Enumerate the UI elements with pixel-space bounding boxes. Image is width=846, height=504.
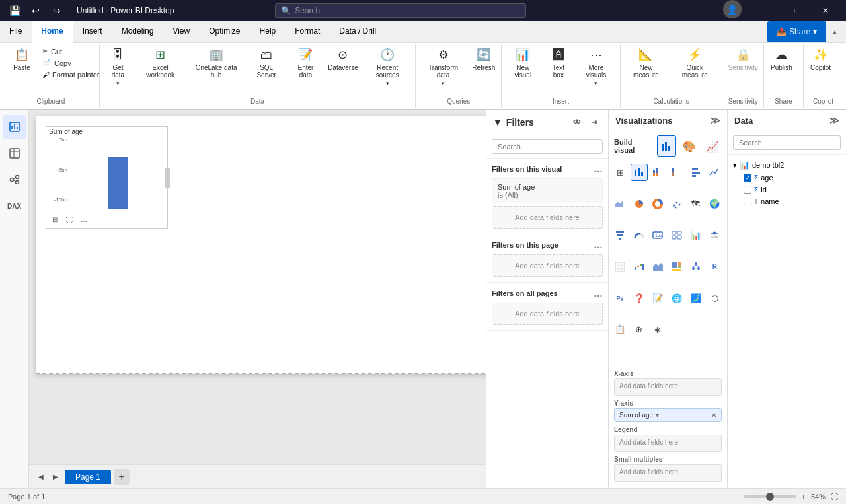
viz-icon-multi-card[interactable] xyxy=(668,227,685,244)
quick-measure-button[interactable]: ⚡ Quick measure xyxy=(670,46,719,81)
redo-button[interactable]: ↪ xyxy=(48,1,66,20)
viz-icon-funnel[interactable] xyxy=(611,227,629,244)
viz-icon-azure-map[interactable]: 🗾 xyxy=(687,289,705,306)
nav-table-icon[interactable] xyxy=(3,141,26,165)
tab-home[interactable]: Home xyxy=(32,21,73,43)
close-button[interactable]: ✕ xyxy=(810,0,841,21)
fit-page-button[interactable]: ⛶ xyxy=(831,493,838,501)
viz-tab-analytics[interactable]: 📈 xyxy=(703,135,722,157)
copilot-button[interactable]: ✨ Copilot xyxy=(806,46,835,74)
new-measure-button[interactable]: 📐 New measure xyxy=(623,46,669,81)
focus-mode-button[interactable]: ⛶ xyxy=(63,213,75,225)
zoom-slider[interactable] xyxy=(744,495,796,498)
viz-icon-gauge[interactable] xyxy=(631,227,648,244)
nav-dax-icon[interactable]: DAX xyxy=(3,194,26,218)
transform-button[interactable]: ⚙ Transform data ▾ xyxy=(418,46,467,89)
chart-visual[interactable]: Sum of age 0bn -5bn -10bn ⊟ ⛶ xyxy=(46,126,168,229)
tab-help[interactable]: Help xyxy=(250,21,286,42)
text-box-button[interactable]: 🅰 Text box xyxy=(543,46,574,81)
viz-icon-shape[interactable]: ⬡ xyxy=(706,289,723,306)
excel-button[interactable]: ⊞ Excel workbook xyxy=(135,46,186,81)
sensitivity-button[interactable]: 🔒 Sensitivity xyxy=(725,46,761,74)
viz-tab-format[interactable]: 🎨 xyxy=(680,135,699,157)
viz-icon-custom2[interactable]: ◈ xyxy=(649,321,666,338)
zoom-minus[interactable]: − xyxy=(734,493,738,501)
filter-visual-drop-zone[interactable]: Add data fields here xyxy=(492,206,603,229)
viz-icon-scatter[interactable] xyxy=(668,196,685,213)
viz-icon-card[interactable]: 123 xyxy=(649,227,666,244)
report-page[interactable]: Sum of age 0bn -5bn -10bn ⊟ ⛶ xyxy=(36,116,486,374)
viz-icon-decomp-tree[interactable] xyxy=(687,258,705,275)
viz-panel-expand-button[interactable]: ≫ xyxy=(711,115,720,126)
tab-optimize[interactable]: Optimize xyxy=(200,21,250,42)
dataverse-button[interactable]: ⊙ Dataverse xyxy=(325,46,361,74)
minimize-button[interactable]: ─ xyxy=(744,0,775,21)
enter-data-button[interactable]: 📝 Enter data xyxy=(288,46,324,81)
onelake-button[interactable]: 🏢 OneLake data hub xyxy=(187,46,245,81)
data-field-id[interactable]: Σ id xyxy=(733,184,841,196)
viz-icon-stacked-bar[interactable] xyxy=(649,164,666,181)
filter-page-more-button[interactable]: … xyxy=(594,240,603,250)
viz-icon-custom1[interactable]: ⊕ xyxy=(631,321,648,338)
filter-page-drop-zone[interactable]: Add data fields here xyxy=(492,254,603,277)
paste-button[interactable]: 📋 Paste xyxy=(5,46,38,74)
tab-data-drill[interactable]: Data / Drill xyxy=(330,21,386,42)
viz-icon-pie[interactable] xyxy=(631,196,648,213)
tab-view[interactable]: View xyxy=(163,21,200,42)
user-avatar[interactable]: 👤 xyxy=(723,0,742,18)
maximize-button[interactable]: □ xyxy=(777,0,808,21)
filter-all-pages-more-button[interactable]: … xyxy=(594,288,603,299)
zoom-plus[interactable]: + xyxy=(802,493,806,501)
data-table-demo-tbl2[interactable]: ▾ 📊 demo tbl2 xyxy=(733,159,841,172)
viz-icon-horizontal-bar[interactable] xyxy=(687,164,705,181)
viz-icon-table[interactable]: ⊞ xyxy=(611,164,629,181)
y-axis-remove-button[interactable]: ✕ xyxy=(711,412,716,419)
data-field-name[interactable]: T name xyxy=(733,196,841,207)
y-axis-expand-button[interactable]: ▾ xyxy=(656,412,659,419)
viz-icon-bar[interactable] xyxy=(631,164,648,181)
share-button[interactable]: 📤 Share ▾ xyxy=(767,21,826,42)
viz-icon-globe-map[interactable]: 🌐 xyxy=(668,289,685,306)
page-tab-1[interactable]: Page 1 xyxy=(65,470,111,484)
page-nav-prev-button[interactable]: ◀ xyxy=(34,470,48,484)
viz-icon-waterfall[interactable] xyxy=(631,258,648,275)
tab-file[interactable]: File xyxy=(0,21,32,42)
age-checkbox[interactable]: ✓ xyxy=(744,174,751,182)
viz-icon-map[interactable]: 🗺 xyxy=(687,196,705,213)
tab-modeling[interactable]: Modeling xyxy=(112,21,164,42)
save-button[interactable]: 💾 xyxy=(5,1,24,20)
nav-model-icon[interactable] xyxy=(3,168,26,192)
viz-tab-chart[interactable] xyxy=(657,135,676,157)
viz-icon-treemap[interactable] xyxy=(668,258,685,275)
viz-icon-kpi[interactable]: 📊 xyxy=(687,227,705,244)
viz-icon-paginated[interactable]: 📋 xyxy=(611,321,629,338)
viz-icon-ribbon[interactable] xyxy=(649,258,666,275)
filter-all-pages-drop-zone[interactable]: Add data fields here xyxy=(492,303,603,325)
more-visuals-button[interactable]: ⋯ More visuals ▾ xyxy=(575,46,617,89)
data-search-input[interactable] xyxy=(733,135,841,150)
viz-icon-py[interactable]: Py xyxy=(611,289,629,306)
tab-insert[interactable]: Insert xyxy=(73,21,112,42)
viz-icon-donut[interactable] xyxy=(649,196,666,213)
filters-eye-button[interactable]: 👁 xyxy=(570,115,584,129)
title-search-bar[interactable]: 🔍 Search xyxy=(275,3,526,18)
visual-more-button[interactable]: … xyxy=(78,213,90,225)
x-axis-drop-zone[interactable]: Add data fields here xyxy=(614,378,722,396)
y-axis-value[interactable]: Sum of age ▾ ✕ xyxy=(614,408,722,422)
viz-icon-matrix[interactable] xyxy=(611,258,629,275)
filter-visual-button[interactable]: ⊟ xyxy=(49,213,61,225)
name-checkbox[interactable] xyxy=(744,198,751,205)
zoom-thumb[interactable] xyxy=(766,493,774,501)
new-visual-button[interactable]: 📊 New visual xyxy=(504,46,542,81)
ribbon-collapse-button[interactable]: ▲ xyxy=(829,26,841,38)
get-data-button[interactable]: 🗄 Get data ▾ xyxy=(102,46,134,89)
filter-age-item[interactable]: Sum of age is (All) xyxy=(492,178,603,203)
refresh-button[interactable]: 🔄 Refresh xyxy=(469,46,498,74)
tab-format[interactable]: Format xyxy=(286,21,330,42)
undo-button[interactable]: ↩ xyxy=(26,1,45,20)
cut-button[interactable]: ✂ Cut xyxy=(40,46,102,57)
sql-button[interactable]: 🗃 SQL Server xyxy=(247,46,286,81)
viz-icon-slicer[interactable] xyxy=(706,227,723,244)
page-nav-next-button[interactable]: ▶ xyxy=(49,470,62,484)
nav-report-icon[interactable] xyxy=(3,115,26,139)
